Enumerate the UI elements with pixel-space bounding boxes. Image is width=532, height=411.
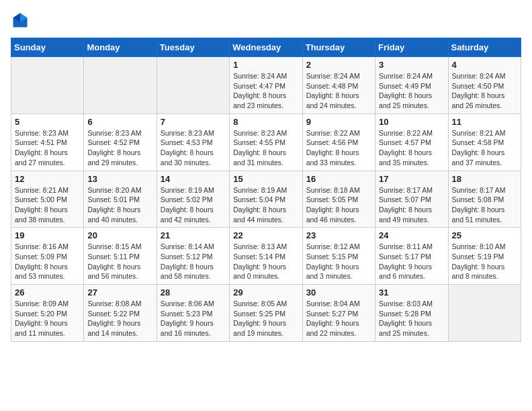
- day-info: Sunrise: 8:18 AM Sunset: 5:05 PM Dayligh…: [306, 185, 371, 225]
- day-info: Sunrise: 8:19 AM Sunset: 5:02 PM Dayligh…: [161, 185, 226, 225]
- calendar-cell: 19Sunrise: 8:16 AM Sunset: 5:09 PM Dayli…: [11, 228, 84, 285]
- calendar-cell: 26Sunrise: 8:09 AM Sunset: 5:20 PM Dayli…: [11, 285, 84, 342]
- weekday-tuesday: Tuesday: [157, 38, 229, 57]
- day-number: 8: [233, 117, 298, 127]
- calendar-week-3: 12Sunrise: 8:21 AM Sunset: 5:00 PM Dayli…: [11, 171, 521, 228]
- calendar-cell: 11Sunrise: 8:21 AM Sunset: 4:58 PM Dayli…: [448, 113, 521, 171]
- day-info: Sunrise: 8:03 AM Sunset: 5:28 PM Dayligh…: [379, 299, 444, 338]
- day-number: 10: [379, 117, 444, 127]
- calendar-cell: 20Sunrise: 8:15 AM Sunset: 5:11 PM Dayli…: [84, 228, 157, 285]
- calendar-cell: [448, 285, 521, 342]
- weekday-saturday: Saturday: [448, 38, 521, 57]
- calendar-cell: 6Sunrise: 8:23 AM Sunset: 4:52 PM Daylig…: [84, 113, 157, 171]
- day-number: 20: [87, 230, 152, 240]
- day-number: 27: [87, 287, 152, 298]
- calendar-cell: 3Sunrise: 8:24 AM Sunset: 4:49 PM Daylig…: [375, 57, 448, 114]
- day-info: Sunrise: 8:24 AM Sunset: 4:47 PM Dayligh…: [233, 71, 298, 111]
- day-number: 16: [306, 174, 371, 184]
- day-info: Sunrise: 8:05 AM Sunset: 5:25 PM Dayligh…: [233, 299, 298, 338]
- calendar-week-4: 19Sunrise: 8:16 AM Sunset: 5:09 PM Dayli…: [11, 228, 521, 285]
- weekday-wednesday: Wednesday: [230, 38, 302, 57]
- weekday-header-row: SundayMondayTuesdayWednesdayThursdayFrid…: [11, 38, 521, 57]
- day-info: Sunrise: 8:04 AM Sunset: 5:27 PM Dayligh…: [306, 299, 371, 338]
- day-info: Sunrise: 8:16 AM Sunset: 5:09 PM Dayligh…: [15, 242, 80, 281]
- day-info: Sunrise: 8:17 AM Sunset: 5:07 PM Dayligh…: [379, 185, 444, 225]
- calendar-cell: 16Sunrise: 8:18 AM Sunset: 5:05 PM Dayli…: [302, 171, 375, 228]
- day-info: Sunrise: 8:06 AM Sunset: 5:23 PM Dayligh…: [161, 299, 226, 338]
- day-info: Sunrise: 8:12 AM Sunset: 5:15 PM Dayligh…: [306, 242, 371, 281]
- calendar-cell: [84, 57, 157, 114]
- day-info: Sunrise: 8:23 AM Sunset: 4:52 PM Dayligh…: [87, 128, 152, 168]
- day-number: 2: [306, 60, 371, 70]
- day-number: 6: [87, 117, 152, 127]
- day-number: 12: [15, 174, 80, 184]
- calendar-cell: 1Sunrise: 8:24 AM Sunset: 4:47 PM Daylig…: [230, 57, 302, 114]
- day-number: 17: [379, 174, 444, 184]
- weekday-friday: Friday: [375, 38, 448, 57]
- day-info: Sunrise: 8:22 AM Sunset: 4:56 PM Dayligh…: [306, 128, 371, 168]
- day-number: 18: [452, 174, 517, 184]
- day-info: Sunrise: 8:23 AM Sunset: 4:55 PM Dayligh…: [233, 128, 298, 168]
- day-info: Sunrise: 8:11 AM Sunset: 5:17 PM Dayligh…: [379, 242, 444, 281]
- day-number: 3: [379, 60, 444, 70]
- day-number: 30: [306, 287, 371, 298]
- calendar-week-5: 26Sunrise: 8:09 AM Sunset: 5:20 PM Dayli…: [11, 285, 521, 342]
- day-info: Sunrise: 8:24 AM Sunset: 4:50 PM Dayligh…: [452, 71, 517, 111]
- calendar-cell: 28Sunrise: 8:06 AM Sunset: 5:23 PM Dayli…: [157, 285, 229, 342]
- calendar-cell: 4Sunrise: 8:24 AM Sunset: 4:50 PM Daylig…: [448, 57, 521, 114]
- calendar-week-2: 5Sunrise: 8:23 AM Sunset: 4:51 PM Daylig…: [11, 113, 521, 171]
- day-number: 4: [452, 60, 517, 70]
- calendar-cell: 2Sunrise: 8:24 AM Sunset: 4:48 PM Daylig…: [302, 57, 375, 114]
- calendar-body: 1Sunrise: 8:24 AM Sunset: 4:47 PM Daylig…: [11, 57, 521, 342]
- day-number: 22: [233, 230, 298, 240]
- day-info: Sunrise: 8:14 AM Sunset: 5:12 PM Dayligh…: [161, 242, 226, 281]
- day-number: 28: [161, 287, 226, 298]
- day-number: 31: [379, 287, 444, 298]
- day-number: 26: [15, 287, 80, 298]
- day-number: 9: [306, 117, 371, 127]
- calendar-cell: 25Sunrise: 8:10 AM Sunset: 5:19 PM Dayli…: [448, 228, 521, 285]
- day-info: Sunrise: 8:08 AM Sunset: 5:22 PM Dayligh…: [87, 299, 152, 338]
- calendar-cell: 8Sunrise: 8:23 AM Sunset: 4:55 PM Daylig…: [230, 113, 302, 171]
- day-number: 14: [161, 174, 226, 184]
- day-number: 5: [15, 117, 80, 127]
- day-number: 15: [233, 174, 298, 184]
- day-info: Sunrise: 8:23 AM Sunset: 4:53 PM Dayligh…: [161, 128, 226, 168]
- day-number: 11: [452, 117, 517, 127]
- calendar-cell: 31Sunrise: 8:03 AM Sunset: 5:28 PM Dayli…: [375, 285, 448, 342]
- day-info: Sunrise: 8:20 AM Sunset: 5:01 PM Dayligh…: [87, 185, 152, 225]
- calendar-cell: 10Sunrise: 8:22 AM Sunset: 4:57 PM Dayli…: [375, 113, 448, 171]
- day-info: Sunrise: 8:24 AM Sunset: 4:48 PM Dayligh…: [306, 71, 371, 111]
- day-info: Sunrise: 8:15 AM Sunset: 5:11 PM Dayligh…: [87, 242, 152, 281]
- calendar-cell: 27Sunrise: 8:08 AM Sunset: 5:22 PM Dayli…: [84, 285, 157, 342]
- day-number: 19: [15, 230, 80, 240]
- day-info: Sunrise: 8:17 AM Sunset: 5:08 PM Dayligh…: [452, 185, 517, 225]
- day-number: 24: [379, 230, 444, 240]
- day-info: Sunrise: 8:23 AM Sunset: 4:51 PM Dayligh…: [15, 128, 80, 168]
- weekday-thursday: Thursday: [302, 38, 375, 57]
- calendar-cell: 21Sunrise: 8:14 AM Sunset: 5:12 PM Dayli…: [157, 228, 229, 285]
- day-info: Sunrise: 8:21 AM Sunset: 4:58 PM Dayligh…: [452, 128, 517, 168]
- calendar-cell: 30Sunrise: 8:04 AM Sunset: 5:27 PM Dayli…: [302, 285, 375, 342]
- calendar-table: SundayMondayTuesdayWednesdayThursdayFrid…: [11, 38, 521, 342]
- calendar-cell: 14Sunrise: 8:19 AM Sunset: 5:02 PM Dayli…: [157, 171, 229, 228]
- calendar-cell: 23Sunrise: 8:12 AM Sunset: 5:15 PM Dayli…: [302, 228, 375, 285]
- calendar-week-1: 1Sunrise: 8:24 AM Sunset: 4:47 PM Daylig…: [11, 57, 521, 114]
- day-info: Sunrise: 8:19 AM Sunset: 5:04 PM Dayligh…: [233, 185, 298, 225]
- day-number: 25: [452, 230, 517, 240]
- weekday-monday: Monday: [84, 38, 157, 57]
- calendar-cell: [157, 57, 229, 114]
- page-header: [11, 11, 521, 30]
- day-info: Sunrise: 8:10 AM Sunset: 5:19 PM Dayligh…: [452, 242, 517, 281]
- day-number: 29: [233, 287, 298, 298]
- day-number: 1: [233, 60, 298, 70]
- day-info: Sunrise: 8:21 AM Sunset: 5:00 PM Dayligh…: [15, 185, 80, 225]
- logo-icon: [11, 11, 30, 30]
- calendar-cell: 9Sunrise: 8:22 AM Sunset: 4:56 PM Daylig…: [302, 113, 375, 171]
- calendar-cell: 5Sunrise: 8:23 AM Sunset: 4:51 PM Daylig…: [11, 113, 84, 171]
- day-number: 21: [161, 230, 226, 240]
- calendar-cell: 24Sunrise: 8:11 AM Sunset: 5:17 PM Dayli…: [375, 228, 448, 285]
- day-info: Sunrise: 8:24 AM Sunset: 4:49 PM Dayligh…: [379, 71, 444, 111]
- logo: [11, 11, 32, 30]
- day-number: 23: [306, 230, 371, 240]
